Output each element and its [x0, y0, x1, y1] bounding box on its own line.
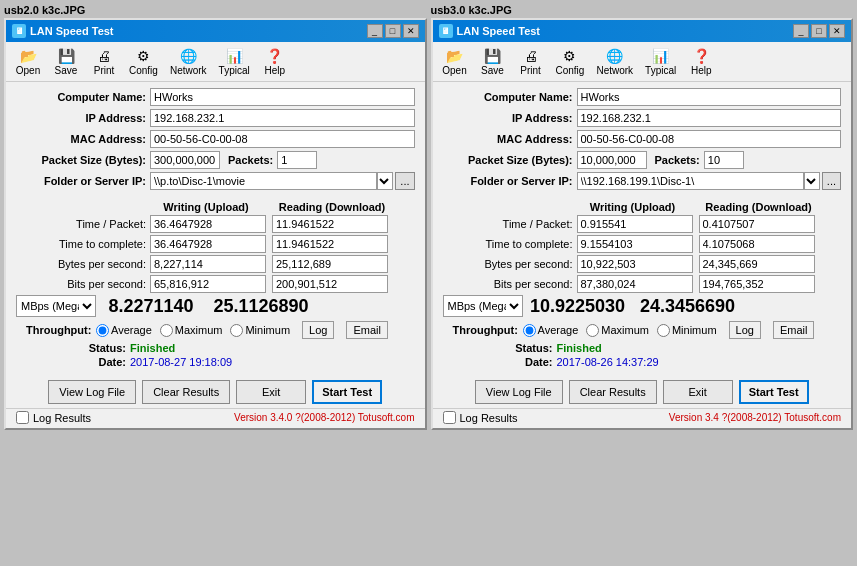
- right-minimize-btn[interactable]: _: [793, 24, 809, 38]
- right-time-complete-write[interactable]: [577, 235, 693, 253]
- right-folder-dropdown[interactable]: [804, 172, 820, 190]
- left-packets-label: Packets:: [228, 154, 273, 166]
- right-log-results-checkbox[interactable]: [443, 411, 456, 424]
- right-close-btn[interactable]: ✕: [829, 24, 845, 38]
- right-email-btn[interactable]: Email: [773, 321, 815, 339]
- left-start-btn[interactable]: Start Test: [312, 380, 382, 404]
- right-open-btn[interactable]: 📂 Open: [437, 44, 473, 79]
- right-network-icon: 🌐: [605, 47, 625, 65]
- right-ip-input[interactable]: [577, 109, 842, 127]
- left-bits-sec-read[interactable]: [272, 275, 388, 293]
- left-radio-minimum[interactable]: Minimum: [230, 324, 290, 337]
- left-date-label: Date:: [76, 356, 126, 368]
- left-time-packet-write[interactable]: [150, 215, 266, 233]
- right-bits-sec-read[interactable]: [699, 275, 815, 293]
- left-footer: Log Results Version 3.4.0 ?(2008-2012) T…: [6, 408, 425, 428]
- left-packets-input[interactable]: [277, 151, 317, 169]
- left-writing-header: Writing (Upload): [146, 201, 266, 213]
- right-network-btn[interactable]: 🌐 Network: [591, 44, 638, 79]
- left-view-log-btn[interactable]: View Log File: [48, 380, 136, 404]
- right-folder-input[interactable]: [577, 172, 804, 190]
- right-packet-size-input[interactable]: [577, 151, 647, 169]
- left-folder-browse-btn[interactable]: ...: [395, 172, 414, 190]
- right-bytes-sec-read[interactable]: [699, 255, 815, 273]
- left-bits-sec-write[interactable]: [150, 275, 266, 293]
- left-mac-label: MAC Address:: [16, 133, 146, 145]
- left-bytes-sec-read[interactable]: [272, 255, 388, 273]
- left-packet-size-input[interactable]: [150, 151, 220, 169]
- left-config-icon: ⚙: [133, 47, 153, 65]
- right-view-log-btn[interactable]: View Log File: [475, 380, 563, 404]
- right-log-btn[interactable]: Log: [729, 321, 761, 339]
- right-start-btn[interactable]: Start Test: [739, 380, 809, 404]
- left-close-btn[interactable]: ✕: [403, 24, 419, 38]
- right-computer-name-input[interactable]: [577, 88, 842, 106]
- right-print-btn[interactable]: 🖨 Print: [513, 44, 549, 79]
- left-typical-icon: 📊: [224, 47, 244, 65]
- right-log-results-label: Log Results: [460, 412, 518, 424]
- right-mac-input[interactable]: [577, 130, 842, 148]
- left-folder-input[interactable]: [150, 172, 377, 190]
- right-time-complete-label: Time to complete:: [443, 238, 573, 250]
- left-bytes-sec-write[interactable]: [150, 255, 266, 273]
- left-ip-input[interactable]: [150, 109, 415, 127]
- right-radio-minimum[interactable]: Minimum: [657, 324, 717, 337]
- left-open-btn[interactable]: 📂 Open: [10, 44, 46, 79]
- right-file-label: usb3.0 k3c.JPG: [431, 4, 854, 16]
- right-folder-browse-btn[interactable]: ...: [822, 172, 841, 190]
- left-mbps-select[interactable]: MBps (Mega-By: [16, 295, 96, 317]
- right-packets-input[interactable]: [704, 151, 744, 169]
- left-print-btn[interactable]: 🖨 Print: [86, 44, 122, 79]
- left-computer-name-input[interactable]: [150, 88, 415, 106]
- left-typical-btn[interactable]: 📊 Typical: [214, 44, 255, 79]
- left-help-icon: ❓: [265, 47, 285, 65]
- right-footer-version: Version 3.4 ?(2008-2012) Totusoft.com: [669, 412, 841, 423]
- left-mac-input[interactable]: [150, 130, 415, 148]
- left-footer-version: Version 3.4.0 ?(2008-2012) Totusoft.com: [234, 412, 414, 423]
- left-save-btn[interactable]: 💾 Save: [48, 44, 84, 79]
- right-mbps-select[interactable]: MBps (Mega-By: [443, 295, 523, 317]
- left-exit-btn[interactable]: Exit: [236, 380, 306, 404]
- right-window: 🖥 LAN Speed Test _ □ ✕ 📂 Open 💾 Save: [431, 18, 854, 430]
- left-radio-maximum[interactable]: Maximum: [160, 324, 223, 337]
- left-time-packet-read[interactable]: [272, 215, 388, 233]
- right-time-complete-read[interactable]: [699, 235, 815, 253]
- right-status-value: Finished: [557, 342, 602, 354]
- right-help-btn[interactable]: ❓ Help: [683, 44, 719, 79]
- right-config-btn[interactable]: ⚙ Config: [551, 44, 590, 79]
- left-network-btn[interactable]: 🌐 Network: [165, 44, 212, 79]
- right-title: LAN Speed Test: [457, 25, 541, 37]
- left-clear-btn[interactable]: Clear Results: [142, 380, 230, 404]
- right-status-label: Status:: [503, 342, 553, 354]
- right-date-label: Date:: [503, 356, 553, 368]
- right-time-packet-read[interactable]: [699, 215, 815, 233]
- right-bytes-sec-write[interactable]: [577, 255, 693, 273]
- left-config-btn[interactable]: ⚙ Config: [124, 44, 163, 79]
- left-log-btn[interactable]: Log: [302, 321, 334, 339]
- left-folder-dropdown[interactable]: [377, 172, 393, 190]
- left-log-results-checkbox[interactable]: [16, 411, 29, 424]
- left-minimize-btn[interactable]: _: [367, 24, 383, 38]
- right-radio-average[interactable]: Average: [523, 324, 579, 337]
- left-help-btn[interactable]: ❓ Help: [257, 44, 293, 79]
- right-exit-btn[interactable]: Exit: [663, 380, 733, 404]
- left-bits-sec-label: Bits per second:: [16, 278, 146, 290]
- right-toolbar: 📂 Open 💾 Save 🖨 Print ⚙ Config 🌐 N: [433, 42, 852, 82]
- right-packets-label: Packets:: [655, 154, 700, 166]
- right-save-btn[interactable]: 💾 Save: [475, 44, 511, 79]
- left-time-complete-label: Time to complete:: [16, 238, 146, 250]
- right-radio-maximum[interactable]: Maximum: [586, 324, 649, 337]
- left-ip-label: IP Address:: [16, 112, 146, 124]
- left-email-btn[interactable]: Email: [346, 321, 388, 339]
- left-status-label: Status:: [76, 342, 126, 354]
- left-time-complete-read[interactable]: [272, 235, 388, 253]
- right-maximize-btn[interactable]: □: [811, 24, 827, 38]
- left-date-value: 2017-08-27 19:18:09: [130, 356, 232, 368]
- left-maximize-btn[interactable]: □: [385, 24, 401, 38]
- right-bits-sec-write[interactable]: [577, 275, 693, 293]
- left-radio-average[interactable]: Average: [96, 324, 152, 337]
- left-time-complete-write[interactable]: [150, 235, 266, 253]
- right-clear-btn[interactable]: Clear Results: [569, 380, 657, 404]
- right-time-packet-write[interactable]: [577, 215, 693, 233]
- right-typical-btn[interactable]: 📊 Typical: [640, 44, 681, 79]
